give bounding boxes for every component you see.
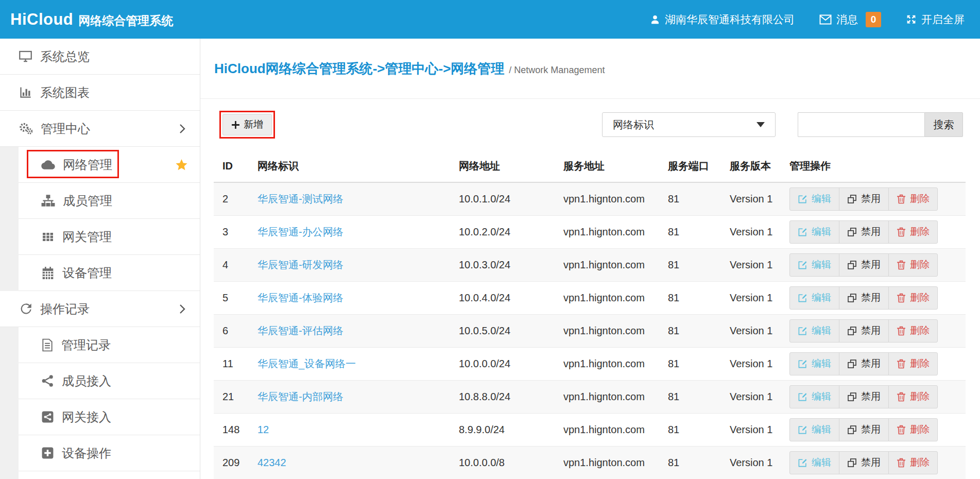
- sidebar-item-gateway-management[interactable]: 网关管理: [19, 219, 200, 255]
- id-cell: 11: [214, 347, 249, 380]
- sidebar-item-device-management[interactable]: 设备管理: [19, 255, 200, 291]
- actions-cell: 编辑 禁用 删除: [781, 314, 966, 347]
- server-version-cell: Version 1: [721, 347, 781, 380]
- messages-menu[interactable]: 消息 0: [819, 12, 881, 27]
- delete-button[interactable]: 删除: [888, 220, 938, 244]
- network-name-link[interactable]: 42342: [257, 457, 286, 468]
- fullscreen-toggle[interactable]: 开启全屏: [906, 12, 965, 27]
- actions-cell: 编辑 禁用 删除: [781, 281, 966, 314]
- edit-button[interactable]: 编辑: [789, 220, 839, 244]
- delete-button[interactable]: 删除: [888, 187, 938, 211]
- edit-button[interactable]: 编辑: [789, 187, 839, 211]
- sidebar-item-management-records[interactable]: 管理记录: [19, 327, 200, 363]
- id-cell: 4: [214, 248, 249, 281]
- search-input[interactable]: [798, 112, 924, 137]
- disable-button[interactable]: 禁用: [839, 451, 889, 474]
- network-name-link[interactable]: 华辰智通-办公网络: [257, 226, 343, 237]
- disable-button[interactable]: 禁用: [839, 253, 889, 277]
- network-name-link[interactable]: 华辰智通-评估网络: [257, 325, 343, 336]
- search-button[interactable]: 搜索: [924, 112, 963, 137]
- edit-button[interactable]: 编辑: [789, 286, 839, 310]
- network-name-link[interactable]: 华辰智通-体验网络: [257, 292, 343, 303]
- network-address-cell: 10.0.0.0/8: [450, 446, 555, 479]
- edit-button[interactable]: 编辑: [789, 319, 839, 343]
- id-cell: 21: [214, 380, 249, 413]
- trash-icon: [897, 458, 906, 468]
- app-logo: HiCloud 网络综合管理系统: [10, 10, 173, 29]
- sidebar-item-system-overview[interactable]: 系统总览: [0, 39, 200, 75]
- server-port-cell: 81: [659, 380, 721, 413]
- trash-icon: [897, 293, 906, 303]
- sidebar-item-member-management[interactable]: 成员管理: [19, 183, 200, 219]
- sidebar-item-gateway-access[interactable]: 网关接入: [19, 399, 200, 435]
- network-address-cell: 10.0.0.0/24: [450, 347, 555, 380]
- plus-square-icon: [41, 447, 54, 459]
- network-name-link[interactable]: 华辰智通-内部网络: [257, 391, 343, 402]
- toolbar: 新增 网络标识 搜索: [200, 99, 980, 150]
- clone-icon: [847, 425, 857, 435]
- server-address-cell: vpn1.hignton.com: [555, 347, 659, 380]
- delete-button[interactable]: 删除: [888, 385, 938, 408]
- breadcrumb: HiCloud网络综合管理系统->管理中心->网络管理 / Network Ma…: [200, 39, 980, 99]
- add-button[interactable]: 新增: [222, 114, 272, 135]
- brand-suffix: 网络综合管理系统: [78, 13, 173, 29]
- edit-button[interactable]: 编辑: [789, 418, 839, 441]
- table-row: 6 华辰智通-评估网络 10.0.5.0/24 vpn1.hignton.com…: [214, 314, 966, 347]
- delete-button[interactable]: 删除: [888, 319, 938, 343]
- sidebar-item-system-charts[interactable]: 系统图表: [0, 75, 200, 111]
- network-name-cell: 华辰智通-办公网络: [249, 215, 450, 248]
- disable-button[interactable]: 禁用: [839, 352, 889, 375]
- table-row: 148 12 8.9.9.0/24 vpn1.hignton.com 81 Ve…: [214, 413, 966, 446]
- id-cell: 3: [214, 215, 249, 248]
- server-address-cell: vpn1.hignton.com: [555, 215, 659, 248]
- disable-button[interactable]: 禁用: [839, 418, 889, 441]
- sidebar-item-label: 系统图表: [40, 84, 90, 101]
- edit-button[interactable]: 编辑: [789, 352, 839, 375]
- server-version-cell: Version 1: [721, 182, 781, 215]
- network-name-link[interactable]: 华辰智通_设备网络一: [257, 358, 356, 369]
- delete-button[interactable]: 删除: [888, 286, 938, 310]
- network-name-link[interactable]: 华辰智通-研发网络: [257, 259, 343, 270]
- edit-icon: [798, 293, 807, 303]
- sidebar-item-device-operations[interactable]: 设备操作: [19, 435, 200, 471]
- network-name-cell: 华辰智通_设备网络一: [249, 347, 450, 380]
- table-row: 11 华辰智通_设备网络一 10.0.0.0/24 vpn1.hignton.c…: [214, 347, 966, 380]
- delete-button[interactable]: 删除: [888, 418, 938, 441]
- server-version-cell: Version 1: [721, 281, 781, 314]
- sidebar-item-network-management[interactable]: 网络管理: [19, 147, 200, 183]
- edit-button[interactable]: 编辑: [789, 253, 839, 277]
- delete-button[interactable]: 删除: [888, 451, 938, 474]
- favorite-star-icon[interactable]: [175, 158, 188, 172]
- sidebar-item-member-access[interactable]: 成员接入: [19, 363, 200, 399]
- col-header-server-address: 服务地址: [555, 150, 659, 182]
- network-address-cell: 10.8.8.0/24: [450, 380, 555, 413]
- trash-icon: [897, 425, 906, 435]
- network-name-link[interactable]: 12: [257, 424, 269, 435]
- disable-button[interactable]: 禁用: [839, 187, 889, 211]
- disable-button[interactable]: 禁用: [839, 385, 889, 408]
- account-menu[interactable]: 湖南华辰智通科技有限公司: [650, 12, 795, 27]
- topbar-right: 湖南华辰智通科技有限公司 消息 0 开启全屏: [650, 12, 965, 27]
- delete-button[interactable]: 删除: [888, 352, 938, 375]
- filter-select[interactable]: 网络标识: [602, 112, 776, 137]
- disable-button[interactable]: 禁用: [839, 286, 889, 310]
- disable-button[interactable]: 禁用: [839, 220, 889, 244]
- network-address-cell: 10.0.3.0/24: [450, 248, 555, 281]
- actions-cell: 编辑 禁用 删除: [781, 446, 966, 479]
- edit-button[interactable]: 编辑: [789, 385, 839, 408]
- network-name-link[interactable]: 华辰智通-测试网络: [257, 193, 343, 204]
- id-cell: 148: [214, 413, 249, 446]
- sidebar-item-operation-records[interactable]: 操作记录: [0, 291, 200, 327]
- trash-icon: [897, 392, 906, 402]
- disable-button[interactable]: 禁用: [839, 319, 889, 343]
- delete-button[interactable]: 删除: [888, 253, 938, 277]
- clone-icon: [847, 227, 857, 237]
- server-port-cell: 81: [659, 446, 721, 479]
- clone-icon: [847, 326, 857, 336]
- server-version-cell: Version 1: [721, 446, 781, 479]
- sidebar-item-management-center[interactable]: 管理中心: [0, 111, 200, 147]
- add-button-label: 新增: [244, 118, 263, 131]
- history-icon: [19, 302, 32, 316]
- edit-button[interactable]: 编辑: [789, 451, 839, 474]
- share-icon: [41, 374, 54, 387]
